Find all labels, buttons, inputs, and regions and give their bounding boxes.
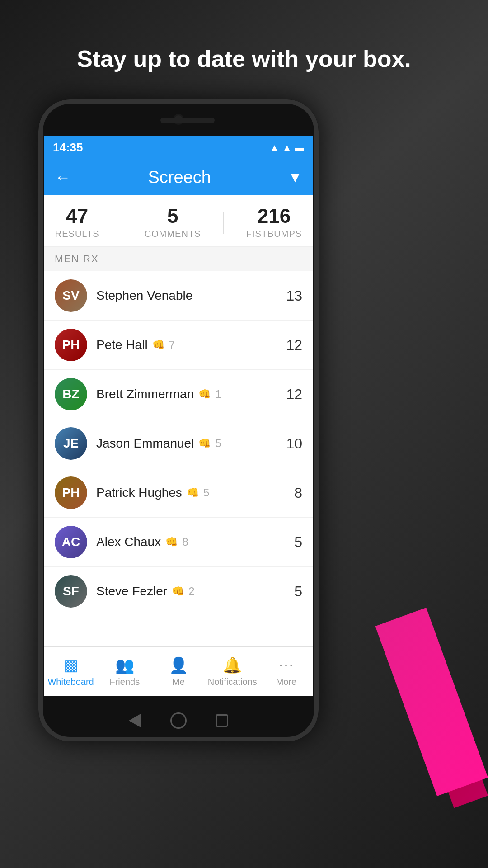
avatar: SF (55, 575, 87, 608)
fistbump-count: 2 (188, 585, 194, 598)
item-name: Steve Fezler (96, 584, 167, 599)
fistbump-count: 5 (203, 486, 209, 499)
nav-item-more[interactable]: ⋯ More (259, 656, 313, 687)
avatar: BZ (55, 378, 87, 410)
app-bar: ← Screech ▼ (44, 159, 313, 195)
me-icon: 👤 (169, 656, 188, 674)
fistbump-count: 5 (215, 437, 221, 450)
friends-icon: 👥 (115, 656, 134, 674)
status-bar: 14:35 ▲ ▲ ▬ (44, 136, 313, 159)
stat-divider-2 (223, 212, 224, 234)
notifications-icon: 🔔 (223, 656, 242, 674)
whiteboard-icon: ▩ (64, 656, 78, 674)
item-name: Pete Hall (96, 338, 148, 352)
comments-stat: 5 COMMENTS (145, 206, 201, 239)
list-item[interactable]: BZ Brett Zimmerman 👊 1 12 (44, 370, 313, 419)
signal-icon: ▲ (282, 142, 291, 153)
list-item[interactable]: SV Stephen Venable 13 (44, 271, 313, 321)
more-icon: ⋯ (278, 656, 294, 674)
stat-divider-1 (122, 212, 122, 234)
wifi-icon: ▲ (270, 142, 279, 153)
status-time: 14:35 (53, 141, 83, 155)
item-name: Alex Chaux (96, 535, 161, 549)
nav-label-me: Me (172, 677, 185, 687)
fistbump-count: 7 (169, 339, 175, 351)
phone-shell: 14:35 ▲ ▲ ▬ ← Screech ▼ 47 RESULTS 5 COM… (38, 99, 319, 741)
status-icons: ▲ ▲ ▬ (270, 142, 304, 153)
item-score: 5 (284, 583, 302, 600)
nav-item-whiteboard[interactable]: ▩ Whiteboard (44, 656, 98, 687)
item-name-row: Alex Chaux 👊 8 (96, 535, 275, 549)
item-score: 8 (284, 485, 302, 501)
list-item[interactable]: PH Patrick Hughes 👊 5 8 (44, 468, 313, 518)
fistbump-count: 1 (215, 388, 221, 401)
category-header: MEN RX (44, 247, 313, 271)
home-nav-button[interactable] (170, 712, 187, 729)
list-item[interactable]: SF Steve Fezler 👊 2 5 (44, 567, 313, 616)
nav-label-more: More (276, 677, 297, 687)
nav-label-friends: Friends (109, 677, 140, 687)
list-item[interactable]: JE Jason Emmanuel 👊 5 10 (44, 419, 313, 468)
results-label: RESULTS (55, 229, 99, 239)
results-stat: 47 RESULTS (55, 206, 99, 239)
fistbump-icon: 👊 (172, 585, 184, 597)
avatar: PH (55, 329, 87, 361)
comments-count: 5 (167, 206, 178, 226)
fistbump-icon: 👊 (187, 487, 199, 499)
item-name: Brett Zimmerman (96, 387, 194, 401)
item-score: 10 (284, 435, 302, 452)
fistbump-icon: 👊 (198, 388, 211, 400)
comments-label: COMMENTS (145, 229, 201, 239)
avatar: SV (55, 279, 87, 312)
item-score: 13 (284, 288, 302, 304)
fistbump-count: 8 (182, 536, 188, 548)
item-name: Jason Emmanuel (96, 436, 194, 451)
fistbumps-stat: 216 FISTBUMPS (246, 206, 302, 239)
nav-item-friends[interactable]: 👥 Friends (98, 656, 151, 687)
item-name-row: Jason Emmanuel 👊 5 (96, 436, 275, 451)
app-bar-title: Screech (148, 168, 211, 187)
nav-label-whiteboard: Whiteboard (47, 677, 94, 687)
avatar: JE (55, 427, 87, 460)
item-score: 12 (284, 386, 302, 403)
back-button[interactable]: ← (55, 168, 71, 187)
nav-label-notifications: Notifications (208, 677, 257, 687)
item-name-row: Stephen Venable (96, 288, 275, 303)
item-name-row: Pete Hall 👊 7 (96, 338, 275, 352)
back-nav-button[interactable] (127, 712, 143, 729)
avatar: PH (55, 476, 87, 509)
item-score: 12 (284, 337, 302, 354)
phone-nav-bar (127, 712, 230, 729)
results-count: 47 (66, 206, 88, 226)
recents-nav-button[interactable] (214, 712, 230, 729)
fistbump-icon: 👊 (198, 438, 211, 449)
nav-item-me[interactable]: 👤 Me (151, 656, 205, 687)
hero-text: Stay up to date with your box. (0, 45, 488, 72)
list-item[interactable]: AC Alex Chaux 👊 8 5 (44, 518, 313, 567)
item-name: Patrick Hughes (96, 486, 182, 500)
item-name: Stephen Venable (96, 288, 192, 303)
phone-screen: 14:35 ▲ ▲ ▬ ← Screech ▼ 47 RESULTS 5 COM… (44, 136, 313, 696)
filter-button[interactable]: ▼ (288, 169, 302, 186)
avatar: AC (55, 526, 87, 558)
stats-bar: 47 RESULTS 5 COMMENTS 216 FISTBUMPS (44, 195, 313, 247)
item-name-row: Patrick Hughes 👊 5 (96, 486, 275, 500)
item-name-row: Steve Fezler 👊 2 (96, 584, 275, 599)
item-score: 5 (284, 534, 302, 551)
nav-item-notifications[interactable]: 🔔 Notifications (206, 656, 259, 687)
results-list: SV Stephen Venable 13 PH Pete Hall 👊 7 1… (44, 271, 313, 646)
fistbumps-label: FISTBUMPS (246, 229, 302, 239)
fistbump-icon: 👊 (165, 536, 178, 548)
fistbump-icon: 👊 (152, 339, 164, 351)
list-item[interactable]: PH Pete Hall 👊 7 12 (44, 321, 313, 370)
item-name-row: Brett Zimmerman 👊 1 (96, 387, 275, 401)
phone-speaker (160, 118, 215, 123)
bottom-nav: ▩ Whiteboard 👥 Friends 👤 Me 🔔 Notificati… (44, 646, 313, 696)
battery-icon: ▬ (295, 142, 304, 153)
fistbumps-count: 216 (258, 206, 291, 226)
